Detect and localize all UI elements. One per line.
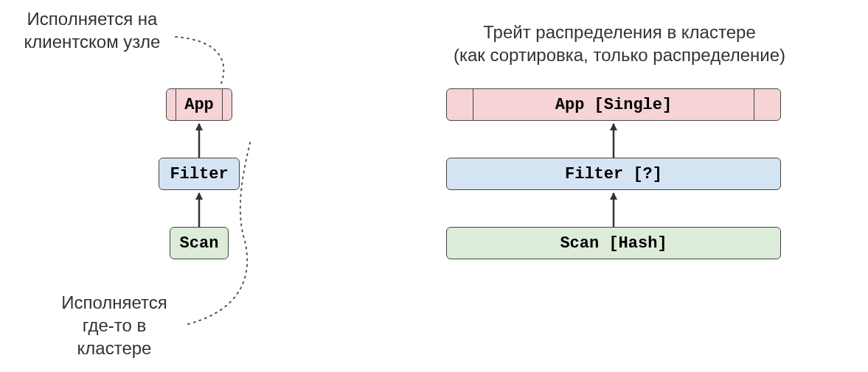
annotation-cluster-line3: кластере bbox=[77, 338, 152, 358]
node-right-scan: Scan [Hash] bbox=[446, 227, 781, 259]
title-right: Трейт распределения в кластере (как сорт… bbox=[398, 21, 841, 66]
node-left-filter-label: Filter bbox=[170, 165, 228, 183]
node-right-app-label: App [Single] bbox=[555, 96, 672, 114]
node-right-scan-label: Scan [Hash] bbox=[560, 234, 667, 253]
node-left-app-label: App bbox=[184, 96, 214, 114]
annotation-cluster-line1: Исполняется bbox=[61, 292, 167, 312]
annotation-cluster: Исполняется где-то в кластере bbox=[44, 291, 184, 360]
node-left-scan-label: Scan bbox=[180, 234, 219, 253]
node-right-app: App [Single] bbox=[446, 88, 781, 121]
node-left-app: App bbox=[166, 88, 232, 121]
title-right-line2: (как сортировка, только распределение) bbox=[454, 45, 785, 65]
annotation-client-node-line2: клиентском узле bbox=[24, 32, 161, 52]
title-right-line1: Трейт распределения в кластере bbox=[483, 22, 755, 42]
annotation-client-node: Исполняется на клиентском узле bbox=[7, 7, 177, 53]
node-left-scan: Scan bbox=[170, 227, 229, 259]
annotation-cluster-line2: где-то в bbox=[83, 315, 147, 335]
annotation-client-node-line1: Исполняется на bbox=[27, 9, 158, 29]
dotted-curve-top bbox=[176, 37, 223, 83]
node-left-filter: Filter bbox=[159, 158, 240, 190]
node-right-filter: Filter [?] bbox=[446, 158, 781, 190]
node-right-filter-label: Filter [?] bbox=[565, 165, 662, 183]
